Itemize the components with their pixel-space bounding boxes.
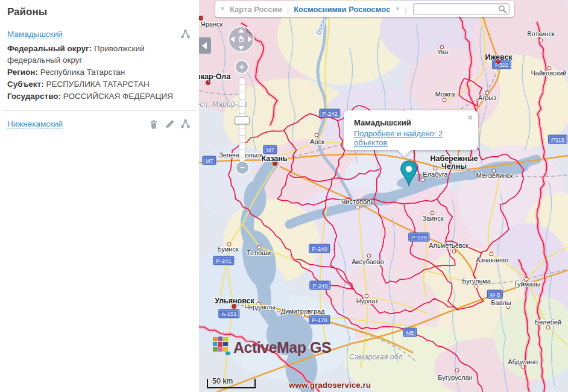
hand-icon — [236, 34, 246, 46]
arrow-left-icon[interactable] — [230, 36, 235, 42]
map-popup: × Мамадышский Подробнее и найдено: 2 объ… — [344, 110, 478, 150]
toolbar-separator: | — [287, 5, 289, 14]
chevron-down-icon[interactable]: ▼ — [220, 7, 225, 11]
search-box — [413, 3, 510, 15]
scale-bar: 50 km — [207, 379, 256, 388]
layer-toolbar: ▼ Карта России | Космоснимки Роскосмос ▼… — [215, 1, 514, 17]
share-icon[interactable] — [180, 119, 191, 129]
activemap-logo-icon — [212, 336, 230, 358]
map-marker-pin[interactable] — [400, 160, 418, 189]
arrow-down-icon[interactable] — [238, 46, 244, 50]
zoom-out-button[interactable]: − — [235, 160, 250, 175]
popup-title: Мамадышский — [354, 118, 469, 127]
sidebar-collapse-button[interactable] — [199, 37, 211, 54]
trash-icon[interactable] — [149, 119, 159, 129]
district-item: МамадышскийФедеральный округ: Приволжски… — [0, 25, 199, 105]
district-actions — [180, 29, 191, 39]
pin-icon — [400, 160, 418, 187]
divider — [2, 110, 197, 111]
chevron-left-icon — [202, 42, 207, 49]
district-link[interactable]: Мамадышский — [7, 30, 63, 39]
district-field: Федеральный округ: Приволжский федеральн… — [0, 43, 199, 66]
share-icon[interactable] — [180, 29, 191, 39]
district-header: Нижнекамский — [0, 116, 199, 133]
zoom-slider-handle[interactable] — [235, 116, 250, 124]
district-header: Мамадышский — [0, 27, 199, 43]
popup-details-link[interactable]: Подробнее и найдено: 2 объектов — [354, 129, 469, 147]
arrow-up-icon[interactable] — [238, 28, 244, 33]
zoom-in-button[interactable]: + — [235, 60, 249, 74]
layer-tab-active[interactable]: Космоснимки Роскосмос — [294, 5, 390, 14]
district-list: МамадышскийФедеральный округ: Приволжски… — [0, 25, 199, 135]
pencil-icon[interactable] — [165, 119, 175, 129]
district-field: Регион: Республика Татарстан — [0, 66, 199, 78]
layer-tab-base[interactable]: Карта России — [230, 5, 282, 14]
search-input[interactable] — [413, 3, 510, 15]
pan-control[interactable] — [228, 26, 254, 52]
app: Районы МамадышскийФедеральный округ: При… — [0, 0, 568, 392]
sidebar: Районы МамадышскийФедеральный округ: При… — [0, 0, 199, 392]
search-icon[interactable] — [498, 5, 506, 16]
district-field: Государство: РОССИЙСКАЯ ФЕДЕРАЦИЯ — [0, 90, 199, 102]
district-item: Нижнекамский — [0, 115, 199, 135]
activemap-logo-text: ActiveMap GS — [233, 339, 331, 356]
district-field: Субъект: РЕСПУБЛИКА ТАТАРСТАН — [0, 78, 199, 90]
watermark-url[interactable]: www.gradoservice.ru — [289, 381, 371, 390]
scale-label: 50 km — [208, 377, 254, 385]
chevron-down-icon[interactable]: ▼ — [395, 7, 400, 11]
map-canvas[interactable] — [199, 0, 568, 392]
district-actions — [149, 119, 191, 129]
arrow-right-icon[interactable] — [248, 36, 252, 42]
district-link[interactable]: Нижнекамский — [7, 119, 63, 129]
toolbar-separator: | — [405, 5, 406, 14]
page-title: Районы — [0, 0, 199, 25]
map-viewport[interactable]: ЯранскЙошкар-ОлаЗеленодольскКазаньАрскЧи… — [199, 0, 568, 392]
